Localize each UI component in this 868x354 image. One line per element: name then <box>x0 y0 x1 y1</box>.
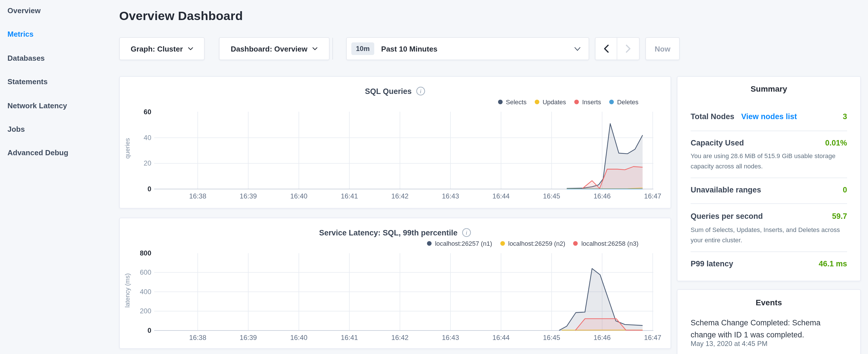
summary-row-label: Queries per second <box>691 212 763 221</box>
service-latency-plot: 16:3816:3916:4016:4116:4216:4316:4416:45… <box>120 218 672 349</box>
summary-row-description: You are using 28.6 MiB of 515.9 GiB usab… <box>691 151 848 171</box>
dashboard-dropdown-label: Dashboard: Overview <box>231 44 307 53</box>
toolbar-divider <box>333 38 333 60</box>
sidebar-item-network-latency[interactable]: Network Latency <box>7 101 67 110</box>
events-title: Events <box>677 298 860 307</box>
svg-text:16:38: 16:38 <box>189 192 206 200</box>
svg-text:0: 0 <box>148 185 151 193</box>
svg-text:20: 20 <box>144 159 151 167</box>
time-range-label: Past 10 Minutes <box>381 44 438 53</box>
time-forward-button[interactable] <box>617 38 639 60</box>
chevron-right-icon <box>626 45 630 53</box>
svg-text:16:42: 16:42 <box>392 334 409 342</box>
summary-row: Capacity Used0.01% <box>691 139 847 147</box>
now-button[interactable]: Now <box>645 37 680 60</box>
page-title: Overview Dashboard <box>119 9 243 24</box>
svg-text:800: 800 <box>140 249 151 257</box>
svg-text:16:39: 16:39 <box>240 334 257 342</box>
svg-text:40: 40 <box>144 134 151 141</box>
svg-text:16:40: 16:40 <box>290 334 308 342</box>
summary-panel: Summary Total NodesView nodes list3Capac… <box>677 76 861 281</box>
summary-row-label: Unavailable ranges <box>691 186 761 194</box>
sidebar-item-statements[interactable]: Statements <box>7 77 48 87</box>
events-panel: Events Schema Change Completed: Schema c… <box>677 289 861 354</box>
summary-row: P99 latency46.1 ms <box>691 259 847 268</box>
view-nodes-link[interactable]: View nodes list <box>741 112 797 121</box>
svg-text:16:42: 16:42 <box>392 192 409 200</box>
svg-text:16:46: 16:46 <box>593 192 611 200</box>
svg-text:16:47: 16:47 <box>644 192 661 200</box>
svg-text:0: 0 <box>148 326 151 334</box>
svg-text:600: 600 <box>140 268 151 276</box>
svg-text:16:44: 16:44 <box>492 192 509 200</box>
svg-text:16:43: 16:43 <box>442 192 459 200</box>
svg-text:16:43: 16:43 <box>442 334 459 342</box>
sidebar-item-jobs[interactable]: Jobs <box>7 125 25 134</box>
sidebar: OverviewMetricsDatabasesStatementsNetwor… <box>0 0 112 354</box>
summary-row: Unavailable ranges0 <box>691 186 847 194</box>
svg-text:60: 60 <box>144 108 151 116</box>
service-latency-chart-card: Service Latency: SQL, 99th percentile i … <box>119 218 671 349</box>
summary-row-value: 0.01% <box>825 139 847 147</box>
chevron-down-icon <box>313 47 318 51</box>
event-text: Schema Change Completed: Schema change w… <box>691 317 828 341</box>
sql-queries-plot: 16:3816:3916:4016:4116:4216:4316:4416:45… <box>120 77 672 209</box>
svg-text:16:45: 16:45 <box>543 192 560 200</box>
chevron-down-icon <box>574 47 581 51</box>
sql-queries-chart-card: SQL Queries i SelectsUpdatesInsertsDelet… <box>119 76 671 208</box>
svg-text:16:44: 16:44 <box>492 334 509 342</box>
summary-row-value: 0 <box>843 186 847 194</box>
sidebar-item-overview[interactable]: Overview <box>7 6 41 15</box>
summary-row-description: Sum of Selects, Updates, Inserts, and De… <box>691 225 848 245</box>
time-back-button[interactable] <box>595 38 617 60</box>
sidebar-item-advanced-debug[interactable]: Advanced Debug <box>7 149 68 158</box>
summary-row-label: Total Nodes <box>691 112 735 121</box>
dashboard-dropdown[interactable]: Dashboard: Overview <box>219 37 330 60</box>
svg-text:16:40: 16:40 <box>290 192 308 200</box>
summary-row-value: 59.7 <box>832 212 847 221</box>
summary-row: Queries per second59.7 <box>691 212 847 221</box>
divider <box>691 178 847 178</box>
svg-text:16:47: 16:47 <box>644 334 661 342</box>
time-range-badge: 10m <box>351 42 374 55</box>
divider <box>691 252 847 252</box>
time-range-selector[interactable]: 10m Past 10 Minutes <box>346 37 589 60</box>
svg-text:16:41: 16:41 <box>341 192 358 200</box>
summary-row: Total NodesView nodes list3 <box>691 112 847 121</box>
sidebar-item-databases[interactable]: Databases <box>7 54 45 63</box>
divider <box>691 203 847 204</box>
cockroach-admin-ui: OverviewMetricsDatabasesStatementsNetwor… <box>0 0 868 354</box>
chevron-left-icon <box>604 45 608 53</box>
svg-text:16:46: 16:46 <box>593 334 611 342</box>
svg-text:queries: queries <box>124 138 131 159</box>
svg-text:400: 400 <box>140 288 151 296</box>
svg-text:16:41: 16:41 <box>341 334 358 342</box>
event-timestamp: May 13, 2020 at 4:45 PM <box>691 340 767 348</box>
sidebar-item-metrics[interactable]: Metrics <box>7 30 34 39</box>
time-range-arrows <box>595 37 640 60</box>
summary-title: Summary <box>677 84 860 93</box>
chevron-down-icon <box>188 47 193 51</box>
svg-text:16:45: 16:45 <box>543 334 560 342</box>
graph-dropdown[interactable]: Graph: Cluster <box>119 37 205 60</box>
svg-text:200: 200 <box>140 307 151 315</box>
summary-row-label: Capacity Used <box>691 139 744 147</box>
svg-text:16:38: 16:38 <box>189 334 206 342</box>
summary-row-value: 3 <box>843 112 847 121</box>
summary-row-label: P99 latency <box>691 259 733 268</box>
divider <box>691 131 847 131</box>
svg-text:16:39: 16:39 <box>240 192 257 200</box>
graph-dropdown-label: Graph: Cluster <box>131 44 183 53</box>
summary-row-value: 46.1 ms <box>819 259 847 268</box>
svg-text:latency (ms): latency (ms) <box>124 273 131 308</box>
